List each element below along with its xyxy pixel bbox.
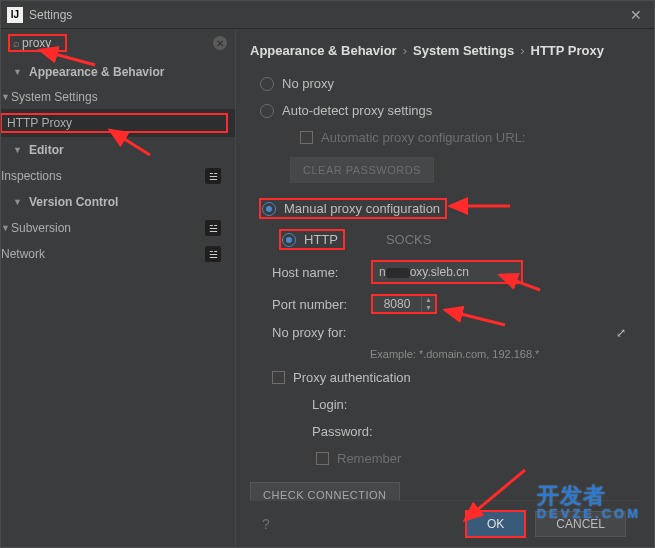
main-panel: Appearance & Behavior›System Settings›HT… (236, 29, 654, 547)
password-label: Password: (312, 424, 402, 439)
port-input[interactable]: ▲▼ (372, 295, 436, 313)
radio-socks[interactable]: SOCKS (364, 232, 432, 247)
sidebar-item-http-proxy[interactable]: HTTP Proxy (1, 109, 235, 137)
sidebar-item-subversion[interactable]: ▼Subversion☱ (1, 215, 235, 241)
watermark: 开发者 DEVZE.COM (537, 485, 641, 520)
sidebar-item-inspections[interactable]: Inspections☱ (1, 163, 235, 189)
chk-proxy-auth[interactable]: Proxy authentication (250, 364, 640, 391)
sidebar-item-version-control[interactable]: ▼Version Control (1, 189, 235, 215)
step-down-icon[interactable]: ▼ (422, 304, 435, 312)
port-label: Port number: (272, 297, 362, 312)
noproxy-label: No proxy for: (272, 325, 346, 340)
sidebar-item-appearance[interactable]: ▼Appearance & Behavior (1, 59, 235, 85)
host-label: Host name: (272, 265, 362, 280)
clear-search-icon[interactable]: ✕ (213, 36, 227, 50)
profile-icon: ☱ (205, 246, 221, 262)
chk-remember: Remember (306, 445, 640, 472)
help-icon[interactable]: ? (260, 516, 270, 532)
app-icon: IJ (7, 7, 23, 23)
search-input[interactable] (22, 36, 62, 50)
chk-auto-url: Automatic proxy configuration URL: (290, 124, 640, 151)
check-connection-button[interactable]: CHECK CONNECTION (250, 482, 400, 500)
chevron-down-icon: ▼ (1, 223, 11, 233)
sidebar: ⌕ ✕ ▼Appearance & Behavior ▼System Setti… (1, 29, 236, 547)
host-input[interactable]: noxy.sleb.cn (372, 261, 522, 283)
sidebar-item-editor[interactable]: ▼Editor (1, 137, 235, 163)
radio-manual[interactable]: Manual proxy configuration (250, 193, 640, 224)
titlebar: IJ Settings ✕ (1, 1, 654, 29)
sidebar-item-system-settings[interactable]: ▼System Settings (1, 85, 235, 109)
profile-icon: ☱ (205, 220, 221, 236)
chevron-down-icon: ▼ (1, 92, 11, 102)
profile-icon: ☱ (205, 168, 221, 184)
chevron-down-icon: ▼ (13, 67, 23, 77)
window-title: Settings (29, 8, 624, 22)
breadcrumb: Appearance & Behavior›System Settings›HT… (250, 39, 640, 70)
chevron-down-icon: ▼ (13, 145, 23, 155)
ok-button[interactable]: OK (466, 511, 525, 537)
expand-icon[interactable]: ⤢ (616, 326, 626, 340)
close-icon[interactable]: ✕ (624, 7, 648, 23)
noproxy-example: Example: *.domain.com, 192.168.* (250, 346, 640, 364)
chevron-down-icon: ▼ (13, 197, 23, 207)
step-up-icon[interactable]: ▲ (422, 296, 435, 304)
search-icon: ⌕ (13, 37, 20, 49)
radio-no-proxy[interactable]: No proxy (250, 70, 640, 97)
clear-passwords-button: CLEAR PASSWORDS (290, 157, 434, 183)
radio-auto-detect[interactable]: Auto-detect proxy settings (250, 97, 640, 124)
sidebar-item-network[interactable]: Network☱ (1, 241, 235, 267)
login-label: Login: (312, 397, 402, 412)
radio-http[interactable]: HTTP (280, 230, 344, 249)
settings-tree: ▼Appearance & Behavior ▼System Settings … (1, 55, 235, 547)
